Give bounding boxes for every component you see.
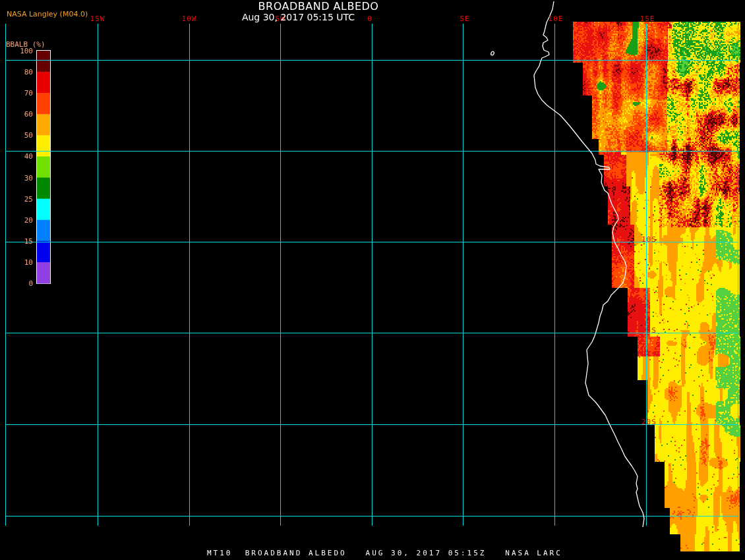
legend-tick-10: 10 bbox=[4, 259, 33, 266]
lon-label-5E: 5E bbox=[460, 15, 469, 22]
lat-label-15S: 15S bbox=[641, 327, 657, 334]
lon-label-15W: 15W bbox=[90, 15, 105, 22]
lat-label-0: 0 bbox=[641, 54, 647, 61]
legend-tick-30: 30 bbox=[4, 175, 33, 182]
lat-label-5S: 5S bbox=[641, 145, 651, 152]
legend-tick-70: 70 bbox=[4, 90, 33, 97]
legend-tick-60: 60 bbox=[4, 111, 33, 118]
timestamp-subtitle: Aug 30, 2017 05:15 UTC bbox=[237, 13, 359, 22]
legend-tick-20: 20 bbox=[4, 217, 33, 224]
lat-label-10S: 10S bbox=[641, 236, 657, 243]
legend-tick-80: 80 bbox=[4, 69, 33, 76]
albedo-map-screen: 15W10W5W05E10E15E05S10S15S20S10080706050… bbox=[0, 0, 745, 560]
lat-label-20S: 20S bbox=[641, 418, 657, 426]
legend-tick-40: 40 bbox=[4, 153, 33, 160]
page-title: BROADBAND ALBEDO bbox=[253, 1, 384, 12]
map-canvas bbox=[0, 0, 745, 560]
lon-label-15E: 15E bbox=[640, 15, 655, 22]
lon-label-10W: 10W bbox=[182, 15, 197, 22]
footer-caption: MT10 BROADBAND ALBEDO AUG 30, 2017 05:15… bbox=[207, 549, 562, 557]
legend-tick-15: 15 bbox=[4, 238, 33, 245]
legend-title: BBALB (%) bbox=[6, 41, 45, 48]
lon-label-10E: 10E bbox=[549, 15, 564, 22]
lon-label-0: 0 bbox=[367, 15, 372, 22]
legend-tick-25: 25 bbox=[4, 196, 33, 203]
legend-tick-0: 0 bbox=[4, 280, 33, 287]
nasa-langley-credit: NASA Langley (M04.0) bbox=[7, 11, 88, 18]
legend-tick-50: 50 bbox=[4, 132, 33, 139]
